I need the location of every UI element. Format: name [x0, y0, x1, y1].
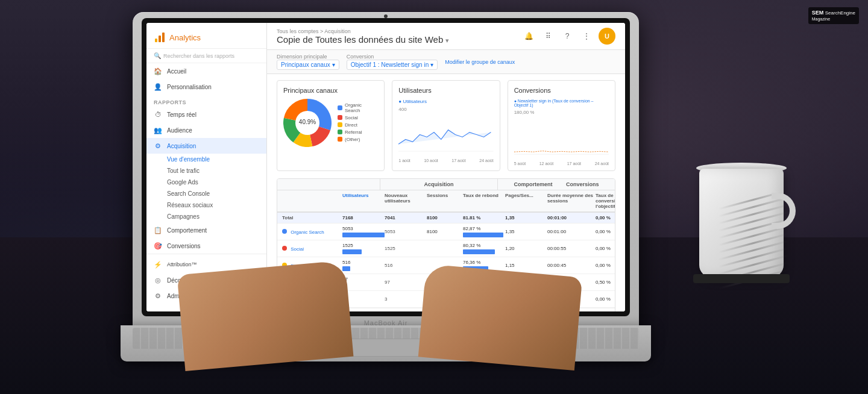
sub-vue-ensemble[interactable]: Vue d'ensemble [146, 154, 266, 165]
pie-chart-svg: 40.9% [283, 99, 332, 147]
nav-acquisition[interactable]: ⚙ Acquisition [146, 138, 266, 154]
rapports-label: RAPPORTS [146, 95, 266, 107]
pie-chart-title: Principaux canaux [283, 87, 378, 94]
sub-search-console[interactable]: Search Console [146, 188, 266, 199]
conversion-x-labels: 5 août 12 août 17 août 24 août [514, 161, 609, 166]
col-users[interactable]: Utilisateurs [342, 193, 385, 209]
behavior-icon: 📋 [154, 226, 162, 234]
page-title: Copie de Toutes les données du site Web … [277, 34, 449, 45]
more-options-icon[interactable]: ⋮ [579, 29, 594, 43]
svg-rect-1 [159, 36, 161, 42]
nav-temps-reel[interactable]: ⏱ Temps réel [146, 107, 266, 122]
nav-personalization[interactable]: 👤 Personnalisation [146, 79, 266, 95]
dimension-filter: Dimension principale Principaux canaux ▾ [277, 54, 339, 70]
sub-campagnes[interactable]: Campagnes [146, 211, 266, 222]
ga-topbar: Tous les comptes > Acquisition Copie de … [267, 23, 625, 50]
svg-text:40.9%: 40.9% [299, 119, 316, 125]
acquisition-header: Acquisition [380, 179, 497, 190]
topbar-actions: 🔔 ⠿ ? ⋮ U [521, 28, 615, 45]
conversion-chart-area: 5 août 12 août 17 août 24 août [514, 116, 609, 164]
col-conv-rate[interactable]: Taux de conversion de l'objectif 1 [596, 193, 615, 209]
legend-other: (Other) [338, 137, 378, 142]
sub-reseaux-sociaux[interactable]: Réseaux sociaux [146, 199, 266, 211]
person-icon: 👤 [154, 83, 162, 91]
legend-organic: Organic Search [338, 102, 378, 113]
total-bounce: 81.81 % [463, 215, 505, 220]
modify-group-link[interactable]: Modifier le groupe de canaux [445, 59, 515, 65]
bounce-bar-2 [463, 249, 495, 254]
acquisition-icon: ⚙ [154, 142, 162, 150]
mug-body [699, 169, 784, 277]
webcam [384, 14, 388, 18]
line-chart-card: Utilisateurs ● Utilisateurs 400 [392, 80, 500, 171]
col-duration[interactable]: Durée moyenne des sessions [547, 193, 596, 209]
sidebar-search[interactable]: 🔍 Rechercher dans les rapports [146, 49, 266, 63]
line-chart-area: 1 août 10 août 17 août 24 août [398, 113, 493, 161]
clock-icon: ⏱ [154, 110, 162, 119]
conversion-dropdown[interactable]: Objectif 1 : Newsletter sign in ▾ [347, 60, 438, 70]
legend-referral: Referral [338, 130, 378, 135]
total-pages: 1,35 [505, 215, 547, 220]
channel-social-link[interactable]: Social [291, 246, 304, 252]
left-hand [177, 260, 354, 371]
bounce-bar-1 [463, 233, 503, 237]
conversion-chart-title: Conversions [514, 87, 609, 94]
sub-google-ads[interactable]: Google Ads [146, 177, 266, 188]
user-avatar[interactable]: U [599, 28, 615, 45]
nav-conversions[interactable]: 🎯 Conversions [146, 238, 266, 254]
legend-direct: Direct [338, 122, 378, 128]
mug-base [693, 274, 790, 283]
conversion-chart-card: Conversions ● Newsletter sign in (Taux d… [508, 80, 615, 171]
svg-rect-0 [155, 39, 157, 42]
coffee-mug [687, 151, 796, 283]
users-bar-1 [342, 233, 385, 237]
conversions-icon: 🎯 [154, 242, 162, 250]
nav-comportement[interactable]: 📋 Comportement [146, 222, 266, 238]
notification-bell-icon[interactable]: 🔔 [521, 29, 536, 43]
total-duration: 00:01:00 [547, 215, 596, 220]
sidebar-header: Analytics [146, 23, 266, 49]
home-icon: 🏠 [154, 67, 162, 75]
right-hand [418, 264, 583, 371]
table-totals-row: Total 7168 7041 8100 81.81 % 1,35 00:01:… [277, 213, 615, 224]
search-icon: 🔍 [154, 52, 161, 59]
conversion-y-max: 180,00 % [514, 110, 609, 115]
total-new-users: 7041 [385, 215, 427, 220]
total-conv-rate: 0,00 % [596, 215, 615, 220]
left-header: Tous les comptes > Acquisition Copie de … [277, 28, 449, 45]
col-bounce[interactable]: Taux de rebond [463, 193, 505, 209]
dimension-dropdown[interactable]: Principaux canaux ▾ [277, 60, 339, 70]
nav-audience[interactable]: 👥 Audience [146, 122, 266, 138]
table-section-headers: Acquisition Comportement Conversions [277, 179, 615, 190]
line-chart-legend: ● Utilisateurs [398, 99, 493, 104]
analytics-logo-icon [154, 31, 166, 43]
total-users: 7168 [342, 215, 385, 220]
col-pages[interactable]: Pages/Ses... [505, 193, 547, 209]
y-max-label: 400 [398, 107, 493, 112]
hands-typing [157, 255, 615, 364]
channel-organic-link[interactable]: Organic Search [291, 230, 324, 235]
filter-bar: Dimension principale Principaux canaux ▾… [267, 50, 625, 74]
breadcrumb: Tous les comptes > Acquisition [277, 28, 449, 34]
analytics-title: Analytics [169, 33, 201, 42]
line-chart-title: Utilisateurs [398, 87, 493, 94]
table-column-headers: Utilisateurs Nouveaux utilisateurs Sessi… [277, 190, 615, 213]
pie-container: 40.9% Organic Search [283, 99, 378, 147]
users-bar-2 [342, 249, 362, 254]
pie-legend: Organic Search Social Dire [338, 102, 378, 144]
grid-apps-icon[interactable]: ⠿ [541, 29, 555, 43]
line-chart-svg [398, 113, 493, 158]
charts-row: Principaux canaux [277, 80, 615, 171]
pie-chart-card: Principaux canaux [277, 80, 385, 171]
mug-handle [772, 193, 796, 229]
col-sessions[interactable]: Sessions [427, 193, 463, 209]
sem-logo: SEM SearchEngine Magazine [808, 7, 859, 24]
audience-icon: 👥 [154, 126, 162, 134]
col-new-users[interactable]: Nouveaux utilisateurs [385, 193, 427, 209]
table-row: Social 1525 1525 80,32 % [277, 240, 615, 257]
comportement-header: Comportement Conversions [497, 179, 615, 190]
conversion-filter: Conversion Objectif 1 : Newsletter sign … [347, 54, 438, 70]
nav-home[interactable]: 🏠 Accueil [146, 63, 266, 79]
sub-tout-trafic[interactable]: Tout le trafic [146, 165, 266, 177]
help-icon[interactable]: ? [560, 29, 574, 43]
